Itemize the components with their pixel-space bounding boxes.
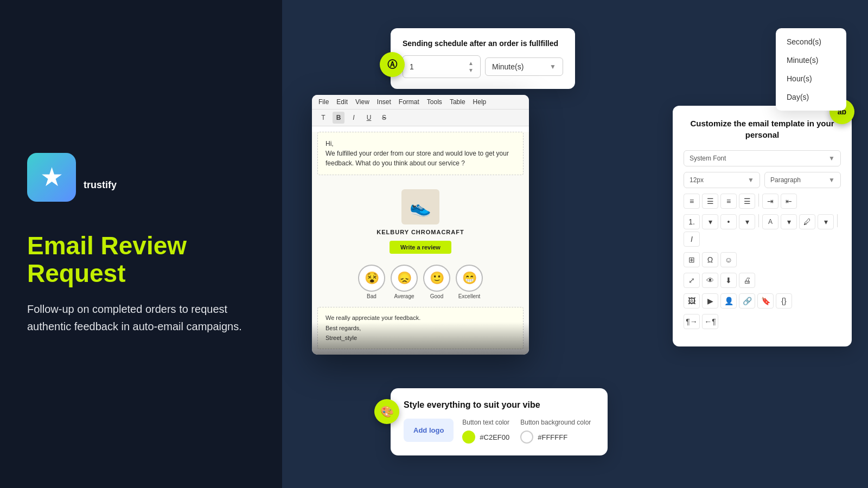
size-select[interactable]: 12px ▼	[684, 172, 760, 188]
expand-btn[interactable]: ⤢	[684, 273, 700, 288]
toolbar-text-icon[interactable]: T	[317, 112, 329, 124]
font-color-btn[interactable]: A	[762, 214, 778, 229]
download-btn[interactable]: ⬇	[720, 273, 737, 288]
toolbar-bold-btn[interactable]: B	[333, 112, 344, 124]
menu-view[interactable]: View	[355, 98, 369, 106]
emoji-average-icon: 😞	[391, 265, 418, 292]
ordered-list-btn[interactable]: 1.	[684, 214, 700, 229]
highlight-btn[interactable]: 🖊	[799, 214, 815, 229]
btn-text-color-label: Button text color	[462, 419, 509, 426]
btn-bg-color-value: #FFFFFF	[538, 433, 567, 441]
special-chars-group: ⊞ Ω ☺	[684, 252, 841, 267]
button-bg-color-option: Button background color #FFFFFF	[520, 419, 591, 444]
emoji-good[interactable]: 🙂 Good	[423, 265, 450, 299]
emoji-good-label: Good	[430, 293, 443, 299]
emoji-good-icon: 🙂	[423, 265, 450, 292]
toolbar-italic-btn[interactable]: I	[348, 112, 360, 124]
emoji-bad-label: Bad	[367, 293, 376, 299]
emoji-average[interactable]: 😞 Average	[391, 265, 418, 299]
menu-inset[interactable]: Inset	[377, 98, 391, 106]
link-btn[interactable]: 🔗	[739, 293, 755, 309]
editor-body: Hi,We fulfilled your order from our stor…	[312, 132, 529, 349]
emoji-rating-row: 😵 Bad 😞 Average 🙂 Good 😁 Excellent	[312, 259, 529, 301]
ol-chevron-btn[interactable]: ▾	[702, 214, 718, 229]
btn-text-color-value: #C2EF00	[480, 433, 509, 441]
menu-edit[interactable]: Edit	[336, 98, 348, 106]
editor-menubar: File Edit View Inset Format Tools Table …	[312, 95, 529, 110]
font-color-chevron[interactable]: ▾	[781, 214, 797, 229]
italic-format-btn[interactable]: I	[684, 232, 700, 247]
badge-a-icon: Ⓐ	[380, 52, 405, 77]
style-title: Style everything to suit your vibe	[404, 400, 595, 410]
menu-file[interactable]: File	[318, 98, 329, 106]
email-intro-text: Hi,We fulfilled your order from our stor…	[317, 132, 524, 175]
bookmark-btn[interactable]: 🔖	[757, 293, 774, 309]
email-footer-text: We really appreciate your feedback. Best…	[317, 307, 524, 349]
print-btn[interactable]: 🖨	[739, 273, 755, 288]
emoji-excellent[interactable]: 😁 Excellent	[456, 265, 483, 299]
spinner-arrows[interactable]: ▲ ▼	[468, 60, 474, 73]
btn-bg-color-label: Button background color	[520, 419, 591, 426]
unordered-list-btn[interactable]: •	[720, 214, 737, 229]
align-center-btn[interactable]: ☰	[702, 194, 718, 209]
insert-group: 🖼 ▶ 👤 🔗 🔖 {}	[684, 293, 841, 309]
font-select[interactable]: System Font ▼	[684, 150, 841, 166]
logo-box: ★	[27, 153, 76, 202]
menu-table[interactable]: Table	[450, 98, 465, 106]
style-select[interactable]: Paragraph ▼	[764, 172, 841, 188]
alignment-group: ≡ ☰ ≡ ☰ ⇥ ⇤	[684, 194, 841, 209]
align-justify-btn[interactable]: ☰	[739, 194, 755, 209]
email-product-section: 👟 KELBURY CHROMACRAFT Write a review	[312, 181, 529, 259]
rtl-btn[interactable]: ←¶	[702, 314, 718, 329]
style-card: Style everything to suit your vibe Add l…	[391, 388, 608, 455]
align-left-btn[interactable]: ≡	[684, 194, 700, 209]
emoji-average-label: Average	[394, 293, 414, 299]
logo-star-icon: ★	[40, 164, 63, 190]
omega-btn[interactable]: Ω	[702, 252, 718, 267]
emoji-bad-icon: 😵	[358, 265, 385, 292]
highlight-chevron[interactable]: ▾	[818, 214, 834, 229]
dropdown-menu: Second(s) Minute(s) Hour(s) Day(s)	[776, 28, 846, 111]
font-chevron-icon: ▼	[828, 155, 835, 162]
direction-group: ¶→ ←¶	[684, 314, 841, 329]
toolbar-strike-btn[interactable]: S	[378, 112, 390, 124]
toolbar-underline-btn[interactable]: U	[363, 112, 375, 124]
add-logo-button[interactable]: Add logo	[404, 419, 454, 442]
dropdown-item-minutes[interactable]: Minute(s)	[776, 51, 846, 69]
ltr-btn[interactable]: ¶→	[684, 314, 700, 329]
schedule-title: Sending schedule after an order is fullf…	[403, 39, 563, 48]
code-btn[interactable]: {}	[776, 293, 792, 309]
style-chevron-icon: ▼	[828, 176, 835, 184]
schedule-number-input[interactable]: 1 ▲ ▼	[403, 55, 481, 78]
menu-help[interactable]: Help	[473, 98, 487, 106]
customize-card: Customize the email template in your per…	[673, 106, 852, 346]
logo-label: trustify	[84, 179, 117, 191]
chevron-down-icon: ▼	[550, 63, 556, 70]
preview-btn[interactable]: 👁	[702, 273, 718, 288]
dropdown-item-hours[interactable]: Hour(s)	[776, 69, 846, 88]
left-panel: ★ trustify Email Review Request Follow-u…	[0, 0, 282, 488]
btn-bg-color-swatch[interactable]	[520, 431, 533, 444]
indent-btn[interactable]: ⇥	[762, 194, 778, 209]
product-image: 👟	[401, 189, 439, 224]
badge-palette-icon: 🎨	[374, 399, 399, 424]
btn-text-color-swatch[interactable]	[462, 431, 475, 444]
size-chevron-icon: ▼	[748, 176, 754, 184]
ul-chevron-btn[interactable]: ▾	[739, 214, 755, 229]
menu-format[interactable]: Format	[399, 98, 419, 106]
menu-tools[interactable]: Tools	[427, 98, 442, 106]
special-char-btn[interactable]: ⊞	[684, 252, 700, 267]
dropdown-item-days[interactable]: Day(s)	[776, 88, 846, 106]
outdent-btn[interactable]: ⇤	[781, 194, 797, 209]
schedule-unit-select[interactable]: Minute(s) ▼	[485, 57, 563, 76]
user-btn[interactable]: 👤	[720, 293, 737, 309]
dropdown-item-seconds[interactable]: Second(s)	[776, 33, 846, 51]
video-btn[interactable]: ▶	[702, 293, 718, 309]
product-name: KELBURY CHROMACRAFT	[376, 229, 464, 235]
editor-toolbar: T B I U S	[312, 110, 529, 126]
emoji-bad[interactable]: 😵 Bad	[358, 265, 385, 299]
emoji-btn[interactable]: ☺	[720, 252, 737, 267]
image-btn[interactable]: 🖼	[684, 293, 700, 309]
write-review-button[interactable]: Write a review	[390, 241, 451, 254]
align-right-btn[interactable]: ≡	[720, 194, 737, 209]
